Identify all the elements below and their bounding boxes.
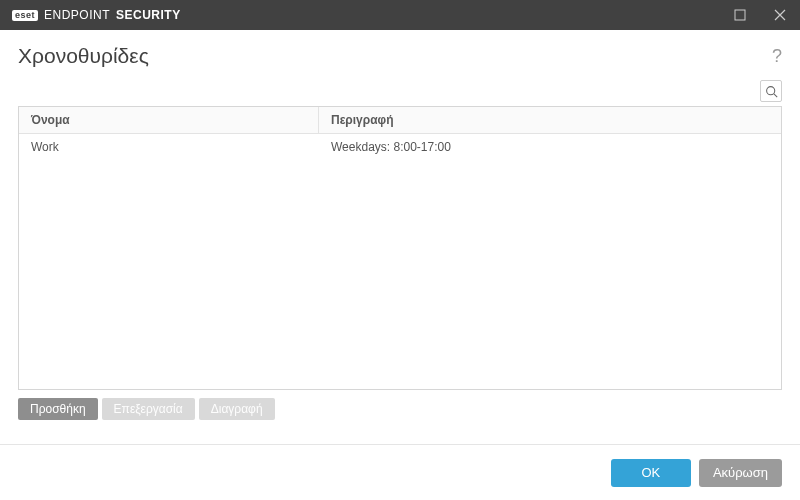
edit-button: Επεξεργασία [102,398,195,420]
column-description[interactable]: Περιγραφή [319,107,781,133]
table-header: Όνομα Περιγραφή [19,107,781,134]
page-title: Χρονοθυρίδες [18,44,772,68]
brand-text-bold: SECURITY [116,8,181,22]
ok-button[interactable]: OK [611,459,691,487]
column-name[interactable]: Όνομα [19,107,319,133]
dialog-footer: OK Ακύρωση [0,444,800,500]
help-icon[interactable]: ? [772,46,782,67]
search-icon [765,85,778,98]
minimize-icon [734,9,746,21]
delete-button: Διαγραφή [199,398,275,420]
brand-text-thin: ENDPOINT [44,8,110,22]
action-buttons: Προσθήκη Επεξεργασία Διαγραφή [18,398,782,420]
table-row[interactable]: Work Weekdays: 8:00-17:00 [19,134,781,160]
search-button[interactable] [760,80,782,102]
svg-point-1 [766,86,774,94]
eset-badge: eset [12,10,38,21]
svg-rect-0 [735,10,745,20]
app-brand: eset ENDPOINT SECURITY [12,8,181,22]
cell-description: Weekdays: 8:00-17:00 [319,134,781,160]
timeslots-table: Όνομα Περιγραφή Work Weekdays: 8:00-17:0… [18,106,782,390]
cell-name: Work [19,134,319,160]
window-close-button[interactable] [760,0,800,30]
close-icon [774,9,786,21]
cancel-button[interactable]: Ακύρωση [699,459,782,487]
window-minimize-button[interactable] [720,0,760,30]
svg-line-2 [773,93,776,96]
titlebar: eset ENDPOINT SECURITY [0,0,800,30]
add-button[interactable]: Προσθήκη [18,398,98,420]
